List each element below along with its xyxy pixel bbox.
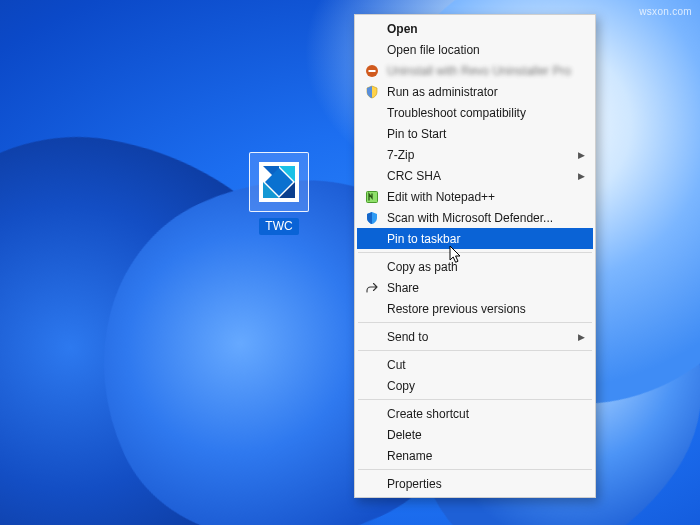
menu-separator [358, 252, 592, 253]
menu-item-run-as-admin[interactable]: Run as administrator [357, 81, 593, 102]
desktop-shortcut-twc[interactable]: TWC [244, 152, 314, 235]
menu-item-create-shortcut[interactable]: Create shortcut [357, 403, 593, 424]
shield-admin-icon [364, 84, 380, 100]
defender-shield-icon [364, 210, 380, 226]
menu-item-pin-to-start[interactable]: Pin to Start [357, 123, 593, 144]
notepadpp-icon [364, 189, 380, 205]
menu-item-crc-sha[interactable]: CRC SHA▶ [357, 165, 593, 186]
menu-separator [358, 469, 592, 470]
shortcut-label: TWC [259, 218, 298, 235]
twc-logo-icon [259, 162, 299, 202]
menu-item-send-to[interactable]: Send to▶ [357, 326, 593, 347]
menu-item-open[interactable]: Open [357, 18, 593, 39]
menu-item-edit-notepadpp[interactable]: Edit with Notepad++ [357, 186, 593, 207]
menu-item-pin-to-taskbar[interactable]: Pin to taskbar [357, 228, 593, 249]
menu-item-open-file-location[interactable]: Open file location [357, 39, 593, 60]
watermark-site: wsxon.com [639, 6, 692, 17]
menu-item-copy[interactable]: Copy [357, 375, 593, 396]
menu-item-cut[interactable]: Cut [357, 354, 593, 375]
submenu-arrow-icon: ▶ [578, 171, 585, 181]
menu-separator [358, 322, 592, 323]
desktop-wallpaper[interactable]: wsxon.com TWC TheWindowsClub Open Open f… [0, 0, 700, 525]
menu-item-7zip[interactable]: 7-Zip▶ [357, 144, 593, 165]
menu-item-share[interactable]: Share [357, 277, 593, 298]
menu-item-scan-defender[interactable]: Scan with Microsoft Defender... [357, 207, 593, 228]
share-icon [364, 280, 380, 296]
menu-separator [358, 399, 592, 400]
svg-rect-8 [369, 70, 376, 72]
menu-item-troubleshoot[interactable]: Troubleshoot compatibility [357, 102, 593, 123]
uninstaller-icon [364, 63, 380, 79]
menu-item-copy-as-path[interactable]: Copy as path [357, 256, 593, 277]
menu-item-uninstall-blurred[interactable]: Uninstall with Revo Uninstaller Pro [357, 60, 593, 81]
submenu-arrow-icon: ▶ [578, 150, 585, 160]
context-menu: Open Open file location Uninstall with R… [354, 14, 596, 498]
menu-item-rename[interactable]: Rename [357, 445, 593, 466]
shortcut-icon-selection [249, 152, 309, 212]
menu-item-delete[interactable]: Delete [357, 424, 593, 445]
menu-item-restore-versions[interactable]: Restore previous versions [357, 298, 593, 319]
menu-separator [358, 350, 592, 351]
menu-item-properties[interactable]: Properties [357, 473, 593, 494]
submenu-arrow-icon: ▶ [578, 332, 585, 342]
